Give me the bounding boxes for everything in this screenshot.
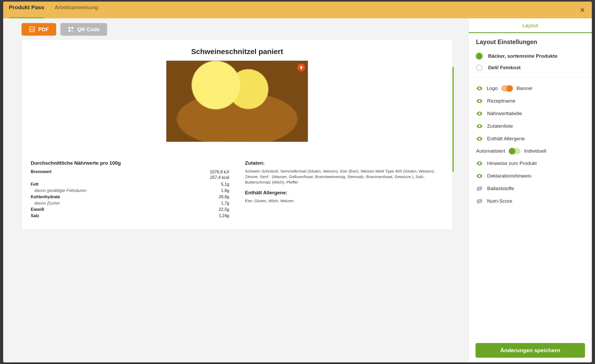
- preset-deli[interactable]: Deli/ Feinkost: [476, 62, 584, 73]
- auto-individual-row: Automatisiert Individuell: [476, 145, 584, 157]
- svg-rect-4: [69, 30, 70, 32]
- save-button[interactable]: Änderungen speichern: [476, 343, 585, 358]
- nutrition-value: 22,5g: [219, 207, 229, 212]
- nutrition-value: 1,6g: [221, 188, 229, 193]
- preset-baker[interactable]: Bäcker, sortenreine Produkte: [476, 50, 584, 62]
- toggle-allergens[interactable]: Enthält Allergene: [476, 132, 584, 145]
- nutrition-heading: Durchschnittliche Nährwerte pro 100g: [31, 160, 229, 166]
- toggle-nutriscore[interactable]: Nutri-Score: [476, 195, 584, 207]
- nutrition-row: Salz1,24g: [31, 213, 229, 219]
- document-preview: Schweineschnitzel paniert Durchschnittli…: [22, 39, 453, 230]
- allergens-text: Eier, Gluten, Milch, Weizen: [245, 198, 443, 204]
- nutrition-row: Brennwert1076,8 kJ/ 257,4 kcal: [31, 169, 229, 181]
- product-photo[interactable]: [166, 61, 308, 142]
- svg-rect-2: [69, 27, 70, 29]
- toggle-nutrition-table[interactable]: Nährwerttabelle: [476, 107, 584, 120]
- nutrition-list: Brennwert1076,8 kJ/ 257,4 kcalFett5,1gda…: [31, 169, 229, 219]
- toggle-label: Enthält Allergene: [487, 136, 525, 142]
- nutrition-row: davon Zucker1,7g: [31, 200, 229, 206]
- photo-container: [31, 61, 443, 142]
- toggle-label: Zutatenliste: [487, 123, 513, 129]
- auto-individual-switch[interactable]: [509, 148, 520, 154]
- nutrition-row: Eiweiß22,5g: [31, 206, 229, 213]
- qr-button[interactable]: QR Code: [60, 23, 107, 36]
- nutrition-value: 1,7g: [221, 201, 229, 206]
- banner-label: Banner: [516, 85, 533, 91]
- nutrition-value: 28,8g: [219, 195, 229, 199]
- eye-off-icon: [476, 185, 483, 192]
- logo-banner-switch[interactable]: [501, 85, 513, 92]
- eye-icon: [476, 135, 483, 142]
- layout-panel: Layout Layout Einstellungen Bäcker, sort…: [468, 18, 592, 362]
- logo-banner-row: Logo Banner: [476, 82, 584, 95]
- logo-label: Logo: [487, 85, 498, 91]
- toggle-ingredient-list[interactable]: Zutatenliste: [476, 120, 584, 132]
- pdf-icon: PDF: [29, 26, 35, 33]
- toggle-recipe-name[interactable]: Rezeptname: [476, 95, 584, 107]
- qr-icon: [68, 26, 74, 33]
- eye-off-icon: [476, 198, 483, 205]
- nutrition-column: Durchschnittliche Nährwerte pro 100g Bre…: [31, 160, 229, 219]
- preview-pane: PDF PDF QR Code Schweineschnitzel panier…: [3, 18, 468, 362]
- toggle-label: Nährwerttabelle: [487, 111, 522, 116]
- preset-deli-label: Deli/ Feinkost: [488, 65, 521, 71]
- separator: [469, 77, 592, 77]
- toggle-label: Ballaststoffe: [487, 186, 514, 191]
- toggle-label: Rezeptname: [487, 98, 515, 104]
- nutrition-key: Fett: [31, 182, 38, 187]
- svg-text:PDF: PDF: [30, 29, 34, 31]
- eye-icon: [476, 110, 483, 117]
- nutrition-value: 5,1g: [221, 182, 229, 187]
- export-button-row: PDF PDF QR Code: [22, 23, 453, 36]
- nutrition-key: Salz: [31, 213, 39, 218]
- svg-rect-5: [71, 30, 72, 31]
- toggle-label: Deklarationshinweis: [487, 173, 531, 179]
- tab-product-pass[interactable]: Produkt Pass: [9, 2, 44, 18]
- nutrition-row: davon gesättigte Fettsäuren1,6g: [31, 188, 229, 194]
- layout-tab-row: Layout: [469, 18, 592, 33]
- eye-icon: [476, 123, 483, 130]
- auto-label: Automatisiert: [476, 148, 505, 154]
- close-button[interactable]: [579, 6, 586, 14]
- preset-baker-label: Bäcker, sortenreine Produkte: [488, 53, 557, 59]
- radio-dot: [476, 65, 482, 71]
- individual-label: Individuell: [524, 148, 546, 154]
- ingredients-heading: Zutaten:: [245, 160, 443, 166]
- switch-knob: [507, 85, 513, 92]
- nutrition-value: 1,24g: [219, 213, 229, 218]
- layout-tab[interactable]: Layout: [469, 18, 592, 33]
- toggle-label: Hinweise zum Produkt: [487, 160, 537, 166]
- eye-icon[interactable]: [476, 85, 483, 92]
- nutrition-key: davon gesättigte Fettsäuren: [31, 188, 86, 193]
- nutrition-key: Kohlenhydrate: [31, 195, 60, 199]
- toggle-fiber[interactable]: Ballaststoffe: [476, 182, 584, 195]
- radio-dot-selected: [476, 53, 482, 59]
- product-pass-modal: Produkt Pass Arbeitsanweisung PDF PDF QR…: [3, 2, 592, 362]
- eye-icon: [476, 160, 483, 167]
- ingredients-column: Zutaten: Schwein Schnitzel, Semmelbrösel…: [245, 160, 443, 219]
- nutrition-row: Fett5,1g: [31, 181, 229, 188]
- layout-footer: Änderungen speichern: [469, 339, 592, 362]
- nutrition-key: davon Zucker: [31, 201, 60, 206]
- header-tabs: Produkt Pass Arbeitsanweisung: [9, 2, 98, 18]
- product-title: Schweineschnitzel paniert: [31, 47, 443, 56]
- nutrition-key: Brennwert: [31, 169, 51, 180]
- nutrition-value: 1076,8 kJ/ 257,4 kcal: [210, 169, 229, 180]
- toggle-product-hints[interactable]: Hinweise zum Produkt: [476, 157, 584, 170]
- pdf-button-label: PDF: [38, 26, 49, 33]
- eye-icon: [476, 173, 483, 179]
- layout-settings-heading: Layout Einstellungen: [476, 39, 584, 46]
- toggle-declaration[interactable]: Deklarationshinweis: [476, 170, 584, 182]
- pdf-button[interactable]: PDF PDF: [22, 23, 56, 36]
- nutrition-key: Eiweiß: [31, 207, 44, 212]
- svg-rect-6: [72, 31, 73, 32]
- delete-photo-button[interactable]: [297, 63, 305, 71]
- modal-header: Produkt Pass Arbeitsanweisung: [3, 2, 592, 18]
- layout-settings: Layout Einstellungen Bäcker, sortenreine…: [469, 33, 592, 339]
- qr-button-label: QR Code: [77, 26, 100, 33]
- allergens-heading: Enthält Allergene:: [245, 190, 443, 196]
- toggle-label: Nutri-Score: [487, 198, 512, 204]
- eye-icon: [476, 98, 483, 104]
- tab-work-instruction[interactable]: Arbeitsanweisung: [55, 2, 98, 18]
- info-columns: Durchschnittliche Nährwerte pro 100g Bre…: [31, 160, 443, 219]
